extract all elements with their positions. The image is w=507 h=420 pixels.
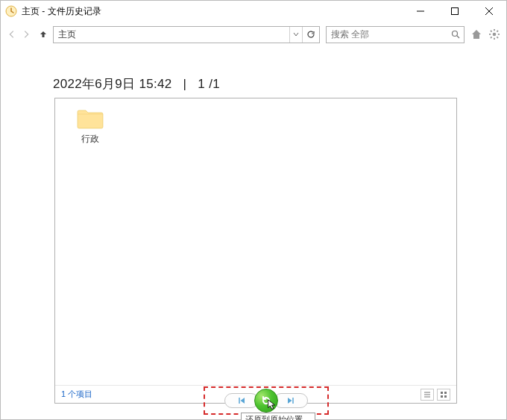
restore-controls: 还原到原始位置。	[204, 386, 329, 415]
view-mode-icons	[421, 389, 450, 401]
next-version-button[interactable]	[274, 393, 308, 408]
address-bar[interactable]: 主页	[53, 26, 320, 43]
svg-point-7	[493, 33, 497, 37]
item-count: 1 个项目	[61, 389, 92, 400]
svg-rect-20	[444, 392, 447, 394]
restore-button[interactable]	[254, 389, 278, 413]
close-button[interactable]	[472, 1, 506, 22]
svg-line-14	[497, 31, 498, 32]
snapshot-timestamp: 2022年6月9日 15:42	[53, 77, 172, 91]
svg-rect-22	[444, 395, 447, 398]
gear-icon[interactable]	[488, 27, 500, 42]
restore-tooltip: 还原到原始位置。	[241, 413, 315, 420]
snapshot-header: 2022年6月9日 15:42 | 1 /1	[53, 75, 220, 93]
navigation-bar: 主页	[1, 22, 506, 47]
svg-rect-2	[452, 8, 459, 15]
address-text: 主页	[54, 28, 289, 41]
app-window: 主页 - 文件历史记录 主页	[0, 0, 507, 420]
svg-line-12	[491, 31, 492, 32]
search-input[interactable]	[327, 29, 447, 40]
nav-up-button[interactable]	[39, 26, 48, 43]
svg-line-13	[497, 37, 498, 38]
home-icon[interactable]	[470, 27, 482, 42]
svg-rect-19	[441, 392, 443, 394]
minimize-button[interactable]	[403, 1, 438, 22]
search-icon[interactable]	[447, 30, 464, 39]
window-title: 主页 - 文件历史记录	[22, 5, 403, 18]
nav-back-button[interactable]	[7, 26, 17, 43]
folder-name: 行政	[64, 133, 116, 145]
content-area: 2022年6月9日 15:42 | 1 /1 行政 1 个项目	[1, 47, 506, 419]
view-details-button[interactable]	[421, 389, 434, 401]
svg-line-15	[491, 37, 492, 38]
window-controls	[403, 1, 506, 22]
app-icon	[5, 5, 17, 17]
search-box[interactable]	[326, 26, 465, 43]
folder-icon	[76, 107, 104, 130]
nav-forward-button[interactable]	[20, 26, 31, 43]
svg-rect-21	[441, 395, 443, 398]
svg-line-6	[457, 36, 459, 38]
file-pane: 行政 1 个项目	[54, 98, 457, 404]
view-icons-button[interactable]	[437, 389, 450, 401]
file-area[interactable]: 行政	[55, 98, 456, 385]
page-indicator: 1 /1	[198, 77, 220, 91]
folder-item[interactable]: 行政	[64, 107, 116, 145]
title-bar: 主页 - 文件历史记录	[1, 1, 506, 22]
svg-point-5	[453, 31, 458, 37]
address-dropdown-button[interactable]	[289, 27, 303, 43]
maximize-button[interactable]	[438, 1, 472, 22]
refresh-button[interactable]	[303, 27, 319, 43]
